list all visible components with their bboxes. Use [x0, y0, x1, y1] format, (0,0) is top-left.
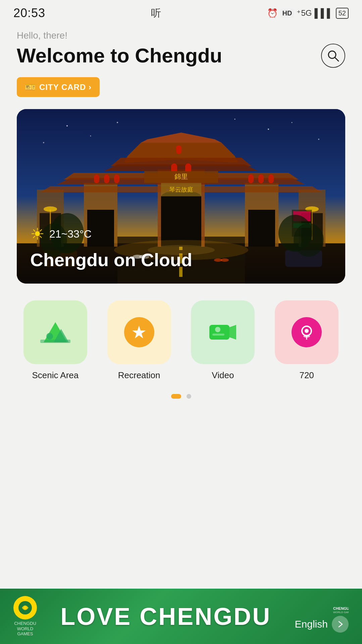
- svg-rect-32: [248, 175, 254, 183]
- dot-inactive: [187, 394, 191, 399]
- svg-point-75: [305, 329, 309, 333]
- language-arrow[interactable]: [332, 616, 349, 633]
- bottom-banner[interactable]: CHENGDU WORLD GAMES LOVE CHENGDU CHENGU …: [0, 589, 362, 644]
- listen-icon: 听: [151, 6, 161, 20]
- city-card-icon: 🎫: [25, 82, 36, 92]
- svg-point-61: [268, 129, 269, 130]
- svg-rect-30: [104, 175, 109, 183]
- alarm-icon: ⏰: [267, 8, 278, 18]
- svg-rect-14: [248, 210, 275, 247]
- english-label: English: [295, 618, 328, 630]
- header-row: Welcome to Chengdu: [17, 44, 345, 68]
- svg-rect-34: [268, 175, 274, 183]
- chengdu-brand-icon: CHENGU WORLD GAMES: [332, 600, 349, 614]
- svg-point-79: [23, 606, 27, 609]
- svg-point-59: [90, 136, 91, 137]
- chengdu-wg-logo: CHENGU WORLD GAMES: [332, 600, 349, 614]
- hero-card[interactable]: 琴云故庭 錦里: [17, 109, 345, 284]
- status-time: 20:53: [13, 6, 45, 20]
- svg-rect-33: [258, 175, 264, 183]
- svg-rect-31: [114, 175, 119, 183]
- svg-point-68: [46, 333, 53, 340]
- hd-badge: HD: [280, 9, 294, 18]
- greeting-text: Hello, there!: [17, 30, 345, 41]
- video-label: Video: [212, 370, 234, 381]
- status-bar: 20:53 听 ⏰ HD ⁺5G ▌▌▌ 52: [0, 0, 362, 23]
- page-title: Welcome to Chengdu: [17, 45, 222, 67]
- svg-rect-29: [94, 175, 99, 183]
- scenic-area-label: Scenic Area: [32, 370, 79, 381]
- svg-point-57: [294, 223, 324, 257]
- weather-temperature: 21~33°C: [49, 228, 92, 240]
- hero-weather: ☀ 21~33°C: [30, 225, 92, 243]
- video-camera-icon: [208, 319, 238, 346]
- vr-360-icon: [298, 324, 315, 341]
- banner-right: CHENGU WORLD GAMES English: [295, 600, 349, 633]
- chengdu-games-logo: [18, 600, 33, 615]
- svg-point-63: [318, 139, 319, 140]
- signal-bars-icon: ▌▌▌: [314, 8, 333, 18]
- svg-line-1: [335, 57, 339, 61]
- recreation-label: Recreation: [118, 370, 160, 381]
- svg-rect-70: [209, 325, 229, 340]
- search-button[interactable]: [321, 44, 345, 68]
- battery-icon: 52: [336, 8, 349, 19]
- signal-5g-icon: ⁺5G: [297, 8, 312, 18]
- svg-text:WORLD GAMES: WORLD GAMES: [333, 611, 349, 614]
- banner-main-text: LOVE CHENGDU: [60, 603, 271, 630]
- recreation-icon-bg: ★: [107, 300, 171, 364]
- weather-sun-icon: ☀: [30, 225, 45, 243]
- svg-rect-28: [176, 145, 182, 154]
- svg-rect-73: [212, 334, 224, 336]
- city-card-label: CITY CARD ›: [39, 83, 92, 92]
- svg-text:錦里: 錦里: [174, 173, 188, 180]
- svg-point-42: [44, 206, 57, 212]
- svg-point-65: [117, 122, 118, 123]
- vr-icon-bg: [275, 300, 339, 364]
- svg-text:CHENGU: CHENGU: [333, 606, 349, 610]
- status-icons: ⏰ HD ⁺5G ▌▌▌ 52: [267, 8, 349, 19]
- svg-point-64: [235, 119, 236, 120]
- video-icon-bg: [191, 300, 255, 364]
- 720-label: 720: [299, 370, 314, 381]
- scenic-area-icon-bg: [23, 300, 87, 364]
- dot-active: [171, 394, 181, 399]
- category-720[interactable]: 720: [268, 300, 345, 381]
- svg-rect-9: [161, 196, 201, 247]
- logo-circle: [13, 596, 37, 620]
- arrow-right-icon: [336, 620, 344, 628]
- category-recreation[interactable]: ★ Recreation: [101, 300, 178, 381]
- svg-marker-22: [104, 164, 258, 171]
- svg-point-62: [292, 122, 293, 123]
- pagination-dots: [17, 394, 345, 399]
- search-icon: [327, 49, 340, 62]
- hero-title: Chengdu on Cloud: [30, 249, 192, 270]
- svg-rect-69: [40, 340, 70, 343]
- svg-point-60: [43, 142, 44, 143]
- svg-marker-71: [229, 325, 236, 340]
- category-scenic-area[interactable]: Scenic Area: [17, 300, 94, 381]
- main-content: Hello, there! Welcome to Chengdu 🎫 CITY …: [0, 23, 362, 399]
- star-icon: ★: [131, 324, 147, 341]
- svg-point-58: [66, 125, 68, 127]
- svg-text:琴云故庭: 琴云故庭: [169, 186, 193, 193]
- svg-point-72: [215, 327, 220, 332]
- banner-logo: CHENGDU WORLD GAMES: [13, 596, 37, 637]
- logo-text: CHENGDU WORLD GAMES: [14, 621, 36, 637]
- category-video[interactable]: Video: [185, 300, 262, 381]
- star-circle: ★: [124, 317, 154, 347]
- categories-grid: Scenic Area ★ Recreation Video: [17, 300, 345, 381]
- vr-circle: [292, 317, 322, 347]
- city-card-button[interactable]: 🎫 CITY CARD ›: [17, 77, 100, 97]
- svg-point-51: [221, 258, 229, 262]
- mountain-icon: [40, 319, 70, 346]
- banner-left: CHENGDU WORLD GAMES: [13, 596, 37, 637]
